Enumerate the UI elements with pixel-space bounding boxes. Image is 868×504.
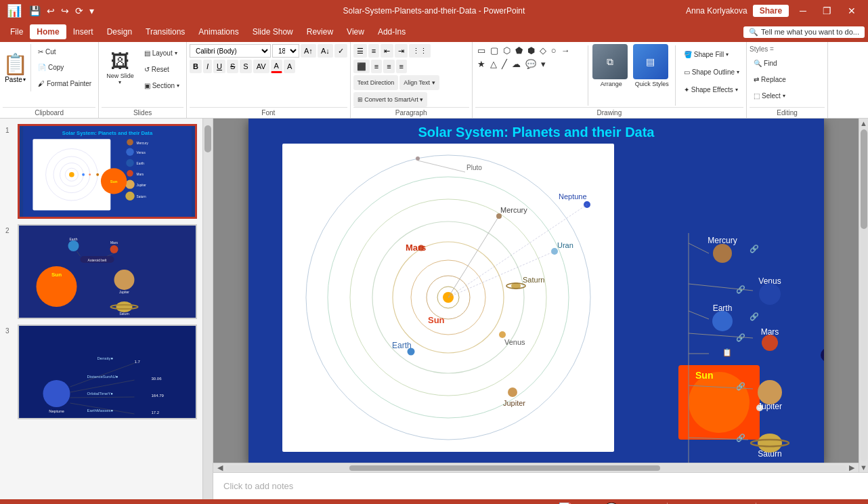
paste-button[interactable]: 📋 Paste ▾ [3,44,31,91]
decrease-indent-button[interactable]: ⇤ [381,44,393,58]
copy-button[interactable]: 📄 Copy [34,60,95,75]
v-scroll-thumb[interactable] [861,129,867,229]
quick-styles-button[interactable]: ▤ [633,44,668,79]
shape-rounded[interactable]: ▢ [488,44,500,57]
menu-view[interactable]: View [340,24,371,39]
menu-transitions[interactable]: Transitions [139,24,192,39]
shape-star[interactable]: ★ [475,58,487,70]
shape-more[interactable]: ▾ [539,58,548,70]
menu-file[interactable]: File [3,24,30,39]
align-right-button[interactable]: ≡ [383,60,394,73]
reading-view-button[interactable]: 📖 [712,502,730,505]
normal-view-button[interactable]: ⊞ [676,502,689,505]
replace-button[interactable]: ⇄ Replace [750,72,825,87]
slide-img-1[interactable]: Solar System: Planets and their Data [18,124,197,219]
undo-button[interactable]: ↩ [45,4,57,18]
increase-indent-button[interactable]: ⇥ [395,44,408,58]
repeat-button[interactable]: ⟳ [73,4,85,18]
menu-review[interactable]: Review [300,24,340,39]
customize-qat-button[interactable]: ▾ [87,4,96,18]
redo-button[interactable]: ↪ [59,4,71,18]
svg-text:Jupiter: Jupiter [119,290,129,294]
shape-arrow[interactable]: → [559,44,572,57]
presenter-view-button[interactable]: ▶ [735,502,747,505]
select-button[interactable]: ⬚ Select▾ [750,88,825,103]
shape-tri[interactable]: △ [488,58,499,70]
horizontal-scrollbar[interactable]: ◀ ▶ [213,463,859,472]
shape-line[interactable]: ╱ [500,58,509,70]
slide-sorter-button[interactable]: ⊟ [694,502,707,505]
minimize-button[interactable]: ─ [794,4,812,18]
scroll-right-button[interactable]: ▶ [846,463,857,472]
slide-img-2[interactable]: Earth Mars Asteroid belt Sun Jupiter [18,224,197,319]
slide-canvas[interactable]: Solar System: Planets and their Data [248,119,824,463]
align-center-button[interactable]: ≡ [371,60,382,73]
reset-button[interactable]: ↺ Reset [140,62,183,77]
save-button[interactable]: 💾 [27,4,43,18]
slide-img-3[interactable]: Neptune Density● 1.7 DistanceSunAU● 30.0… [18,324,197,419]
menu-animations[interactable]: Animations [192,24,245,39]
new-slide-button[interactable]: 🖼 New Slide ▾ [102,44,139,91]
decrease-font-button[interactable]: A↓ [318,44,333,58]
slide-canvas-wrapper[interactable]: Solar System: Planets and their Data [213,119,859,463]
strikethrough-button[interactable]: S [227,60,238,73]
menu-addins[interactable]: Add-Ins [371,24,412,39]
slide-thumb-1[interactable]: 1 Solar System: Planets and their Data [5,124,197,219]
shape-snip[interactable]: ⬡ [501,44,513,57]
scroll-down-button[interactable]: ▼ [859,463,869,472]
font-family-select[interactable]: Calibri (Body) [190,44,271,58]
notes-button[interactable]: 📝 Notes [557,502,596,505]
menu-design[interactable]: Design [100,24,139,39]
highlight-button[interactable]: A [284,60,295,73]
shape-effects-button[interactable]: ✦ Shape Effects▾ [680,82,743,97]
slides-scrollbar[interactable] [203,119,213,499]
comments-button[interactable]: 💬 Comments [603,502,659,505]
find-button[interactable]: 🔍 Find [750,56,825,70]
cut-button[interactable]: ✂ Cut [34,45,95,60]
shape-rect[interactable]: ▭ [475,44,487,57]
vertical-scrollbar[interactable]: ▲ ▼ [859,119,868,472]
scroll-left-button[interactable]: ◀ [215,463,225,472]
shape-para[interactable]: ⬟ [513,44,525,57]
font-size-select[interactable]: 18 [272,44,299,58]
shape-circle[interactable]: ○ [549,44,559,57]
slide-thumb-3[interactable]: 3 Neptune Density● 1.7 DistanceSunAU● 30… [5,324,197,419]
menu-home[interactable]: Home [30,24,66,39]
h-scroll-thumb[interactable] [349,465,660,471]
share-button[interactable]: Share [753,5,789,17]
bullets-button[interactable]: ☰ [353,44,367,58]
menu-slideshow[interactable]: Slide Show [246,24,300,39]
justify-button[interactable]: ≡ [396,60,407,73]
arrange-button[interactable]: ⧉ [592,44,628,79]
slides-scrollbar-thumb[interactable] [204,125,211,152]
text-direction-button[interactable]: Text Direction [353,75,399,90]
scroll-up-button[interactable]: ▲ [859,119,869,128]
font-color-button[interactable]: A [271,60,282,73]
restore-button[interactable]: ❐ [817,4,837,18]
columns-button[interactable]: ⋮⋮ [409,44,431,58]
shape-outline-button[interactable]: ▭ Shape Outline▾ [680,64,743,79]
italic-button[interactable]: I [203,60,212,73]
shape-fill-button[interactable]: 🪣 Shape Fill▾ [680,47,743,62]
convert-smartart-button[interactable]: ⊞ Convert to SmartArt ▾ [353,92,428,107]
shadow-button[interactable]: S [240,60,251,73]
shape-callout[interactable]: 💬 [523,58,538,70]
layout-button[interactable]: ▤ Layout▾ [140,45,183,60]
bold-button[interactable]: B [190,60,202,73]
align-left-button[interactable]: ⬛ [353,60,370,73]
close-button[interactable]: ✕ [842,4,861,18]
section-button[interactable]: ▣ Section▾ [140,78,183,93]
font-spacing-button[interactable]: AV [253,60,269,73]
clear-format-button[interactable]: ✓ [334,44,347,58]
align-text-button[interactable]: Align Text ▾ [399,75,439,90]
shape-cloud[interactable]: ☁ [510,58,523,70]
shape-diam[interactable]: ◇ [538,44,548,57]
increase-font-button[interactable]: A↑ [301,44,316,58]
menu-insert[interactable]: Insert [66,24,100,39]
slide-thumb-2[interactable]: 2 Earth Mars Asteroid belt [5,224,197,319]
underline-button[interactable]: U [213,60,225,73]
notes-area[interactable]: Click to add notes [213,472,868,499]
numbering-button[interactable]: ≡ [368,44,379,58]
shape-trap[interactable]: ⬢ [525,44,537,57]
format-painter-button[interactable]: 🖌 Format Painter [34,76,95,91]
